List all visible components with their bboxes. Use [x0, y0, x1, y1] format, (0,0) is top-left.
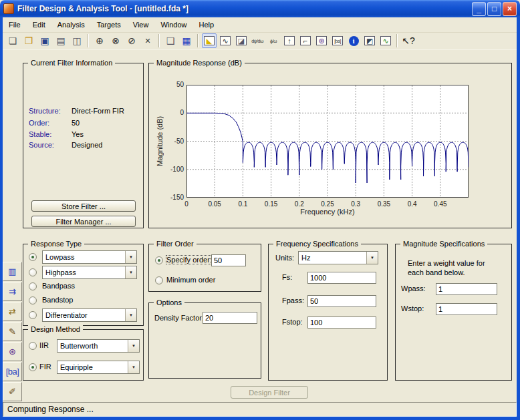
- design-filter-button[interactable]: Design Filter: [231, 386, 308, 399]
- phase-response-icon[interactable]: ∿: [218, 33, 233, 48]
- save-session-icon[interactable]: ▣: [37, 33, 52, 48]
- lowpass-dropdown[interactable]: Lowpass▼: [42, 250, 137, 264]
- store-filter-button[interactable]: Store Filter ...: [31, 200, 136, 212]
- open-session-icon[interactable]: ❐: [21, 33, 36, 48]
- x-tick-label: 0.3: [344, 200, 367, 208]
- multirate-filter-icon[interactable]: ⇉: [3, 282, 22, 301]
- print-preview-icon[interactable]: ◫: [70, 33, 84, 48]
- spec-mask-icon[interactable]: ◩: [362, 33, 377, 48]
- response-type-bandstop-label[interactable]: Bandstop: [42, 296, 73, 304]
- x-tick-label: 0: [175, 200, 198, 208]
- minimum-order-label[interactable]: Minimum order: [166, 276, 215, 284]
- impulse-response-icon[interactable]: ↑: [282, 33, 297, 48]
- design-filter-icon[interactable]: ✐: [3, 382, 22, 401]
- units-dropdown[interactable]: Hz ▼: [298, 251, 378, 264]
- context-help-icon[interactable]: ↖?: [401, 33, 416, 48]
- density-factor-input[interactable]: [203, 312, 257, 324]
- transform-filter-icon[interactable]: ⇄: [3, 302, 22, 321]
- response-type-bandpass-radio[interactable]: [29, 282, 37, 290]
- options-panel: Options Density Factor:: [148, 302, 261, 379]
- phase-delay-icon[interactable]: ϕ/ω: [266, 33, 281, 48]
- realize-model-icon[interactable]: ▥: [3, 262, 22, 281]
- magnitude-response-axes[interactable]: [186, 85, 469, 198]
- fstop-input[interactable]: [307, 317, 376, 329]
- lowpass-dropdown-value: Lowpass: [43, 251, 125, 263]
- menu-targets[interactable]: Targets: [91, 19, 127, 31]
- differentiator-dropdown-arrow-icon[interactable]: ▼: [125, 309, 136, 321]
- fir-method-dropdown-arrow-icon[interactable]: ▼: [128, 361, 139, 373]
- menu-window[interactable]: Window: [154, 19, 192, 31]
- spec-mask-icon-glyph: ◩: [364, 36, 375, 45]
- title-bar[interactable]: Filter Design & Analysis Tool - [untitle…: [0, 0, 520, 17]
- fs-input[interactable]: [307, 272, 376, 284]
- menu-help[interactable]: Help: [193, 19, 221, 31]
- zoom-in-icon[interactable]: ⊕: [92, 33, 107, 48]
- cfi-row-value: Designed: [72, 141, 102, 149]
- response-type-lowpass-radio[interactable]: [29, 253, 37, 261]
- response-type-differentiator-radio[interactable]: [29, 311, 37, 319]
- highpass-dropdown[interactable]: Highpass▼: [42, 266, 137, 279]
- design-method-fir-radio[interactable]: [29, 363, 37, 371]
- maximize-button[interactable]: □: [487, 2, 501, 16]
- full-view-icon-glyph: ×: [145, 36, 150, 45]
- differentiator-dropdown[interactable]: Differentiator▼: [42, 308, 137, 322]
- wstop-input[interactable]: [436, 303, 497, 315]
- fpass-input[interactable]: [307, 295, 376, 307]
- pole-zero-editor-icon[interactable]: ⊛: [3, 342, 22, 361]
- frequency-specs-title: Frequency Specifications: [273, 240, 361, 248]
- lowpass-dropdown-arrow-icon[interactable]: ▼: [125, 251, 136, 263]
- copy-session-icon[interactable]: ❑: [163, 33, 178, 48]
- print-icon-glyph: ▤: [56, 36, 65, 45]
- filter-coefficients-icon[interactable]: [ba]: [330, 33, 345, 48]
- step-response-icon[interactable]: ⌐: [298, 33, 313, 48]
- filter-manager-icon[interactable]: ▦: [179, 33, 194, 48]
- group-delay-icon[interactable]: dψ/dω: [250, 33, 265, 48]
- magnitude-response-plot[interactable]: [186, 85, 469, 198]
- menu-analysis[interactable]: Analysis: [51, 19, 91, 31]
- full-view-icon[interactable]: ×: [140, 33, 155, 48]
- filter-info-icon[interactable]: i: [346, 33, 361, 48]
- iir-method-dropdown[interactable]: Butterworth▼: [57, 339, 140, 353]
- highpass-dropdown-arrow-icon[interactable]: ▼: [125, 266, 136, 278]
- fir-method-dropdown[interactable]: Equiripple▼: [57, 361, 140, 374]
- design-method-fir-label[interactable]: FIR: [39, 363, 51, 371]
- specify-order-label[interactable]: Specify order:: [166, 256, 212, 264]
- highpass-dropdown-value: Highpass: [43, 266, 125, 278]
- filter-manager-button[interactable]: Filter Manager ...: [31, 216, 136, 227]
- noise-psd-icon[interactable]: ∿: [378, 33, 393, 48]
- zoom-y-icon[interactable]: ⊘: [124, 33, 139, 48]
- transform-filter-icon-glyph: ⇄: [9, 307, 16, 316]
- wpass-input[interactable]: [436, 283, 497, 295]
- response-type-bandstop-radio[interactable]: [29, 296, 37, 304]
- x-tick-label: 0.15: [260, 200, 283, 208]
- response-type-bandpass-label[interactable]: Bandpass: [42, 282, 75, 290]
- minimize-button[interactable]: _: [472, 2, 486, 16]
- minimum-order-radio[interactable]: [155, 276, 163, 284]
- magnitude-specs-title: Magnitude Specifications: [400, 240, 487, 248]
- menu-edit[interactable]: Edit: [27, 19, 51, 31]
- zoom-x-icon[interactable]: ⊗: [108, 33, 123, 48]
- step-response-icon-glyph: ⌐: [300, 36, 311, 45]
- design-method-iir-label[interactable]: IIR: [39, 341, 49, 349]
- menu-view[interactable]: View: [127, 19, 155, 31]
- response-type-highpass-radio[interactable]: [29, 268, 37, 276]
- import-filter-icon[interactable]: [ba]: [3, 362, 22, 381]
- quantize-filter-icon[interactable]: ✎: [3, 322, 22, 341]
- y-tick-label: 0: [164, 109, 184, 116]
- filter-order-panel: Filter Order Specify order: Minimum orde…: [148, 244, 261, 292]
- new-session-icon[interactable]: ❏: [5, 33, 20, 48]
- specify-order-radio[interactable]: [155, 256, 163, 264]
- specify-order-input[interactable]: [211, 254, 246, 266]
- cfi-row-value: Yes: [72, 130, 84, 138]
- iir-method-dropdown-arrow-icon[interactable]: ▼: [128, 340, 139, 352]
- design-method-iir-radio[interactable]: [29, 342, 37, 350]
- magnitude-response-icon[interactable]: ◣: [202, 33, 217, 48]
- design-method-title: Design Method: [28, 325, 83, 333]
- units-dropdown-arrow-icon[interactable]: ▼: [366, 252, 378, 264]
- print-icon[interactable]: ▤: [53, 33, 68, 48]
- pole-zero-plot-icon[interactable]: ⊛: [314, 33, 329, 48]
- menu-file[interactable]: File: [3, 19, 27, 31]
- magnitude-phase-icon[interactable]: ◪: [234, 33, 249, 48]
- close-button[interactable]: ×: [503, 2, 517, 16]
- quantize-filter-icon-glyph: ✎: [9, 327, 16, 336]
